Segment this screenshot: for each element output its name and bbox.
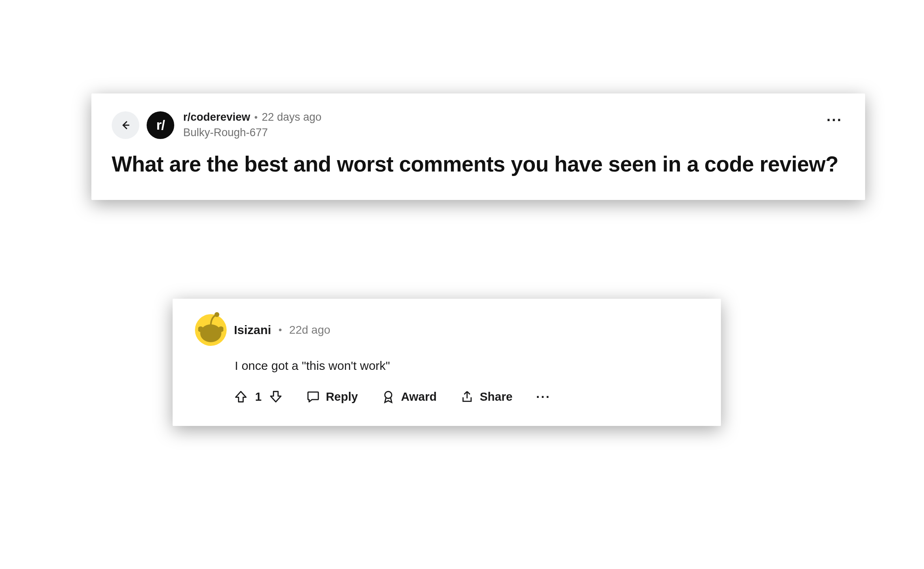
post-card: r/ r/codereview • 22 days ago Bulky-Roug…	[91, 93, 865, 200]
post-age: 22 days ago	[262, 110, 322, 125]
snoo-icon	[198, 311, 223, 347]
meta-separator: •	[279, 324, 282, 336]
arrow-left-icon	[120, 119, 131, 131]
post-header: r/ r/codereview • 22 days ago Bulky-Roug…	[112, 110, 845, 141]
comment-age: 22d ago	[289, 324, 330, 337]
comment-icon	[306, 390, 320, 404]
post-author[interactable]: Bulky-Rough-677	[183, 125, 322, 141]
comment-username[interactable]: Isizani	[234, 323, 271, 337]
comment-actions: 1 Reply Award Share ···	[234, 390, 699, 404]
comment-body: I once got a "this won't work"	[235, 359, 699, 373]
svg-point-3	[214, 312, 219, 317]
share-icon	[460, 390, 474, 404]
downvote-icon[interactable]	[269, 390, 283, 404]
upvote-icon[interactable]	[234, 390, 248, 404]
back-button[interactable]	[112, 111, 139, 139]
share-button[interactable]: Share	[460, 390, 513, 404]
comment-header: Isizani • 22d ago	[195, 314, 699, 346]
subreddit-avatar[interactable]: r/	[147, 111, 174, 139]
award-icon	[381, 390, 395, 404]
reply-label: Reply	[326, 390, 358, 404]
vote-group: 1	[234, 390, 283, 404]
svg-point-0	[200, 324, 221, 342]
award-label: Award	[401, 390, 437, 404]
post-meta: r/codereview • 22 days ago Bulky-Rough-6…	[183, 110, 322, 141]
award-button[interactable]: Award	[381, 390, 437, 404]
share-label: Share	[480, 390, 513, 404]
subreddit-link[interactable]: r/codereview	[183, 110, 250, 125]
user-avatar[interactable]	[195, 314, 227, 346]
meta-separator: •	[254, 111, 258, 124]
comment-more-button[interactable]: ···	[536, 390, 551, 403]
comment-card: Isizani • 22d ago I once got a "this won…	[173, 299, 721, 426]
svg-point-4	[385, 391, 392, 398]
vote-score: 1	[255, 390, 262, 404]
reply-button[interactable]: Reply	[306, 390, 358, 404]
post-title: What are the best and worst comments you…	[112, 151, 845, 178]
post-more-button[interactable]: ···	[827, 113, 842, 128]
